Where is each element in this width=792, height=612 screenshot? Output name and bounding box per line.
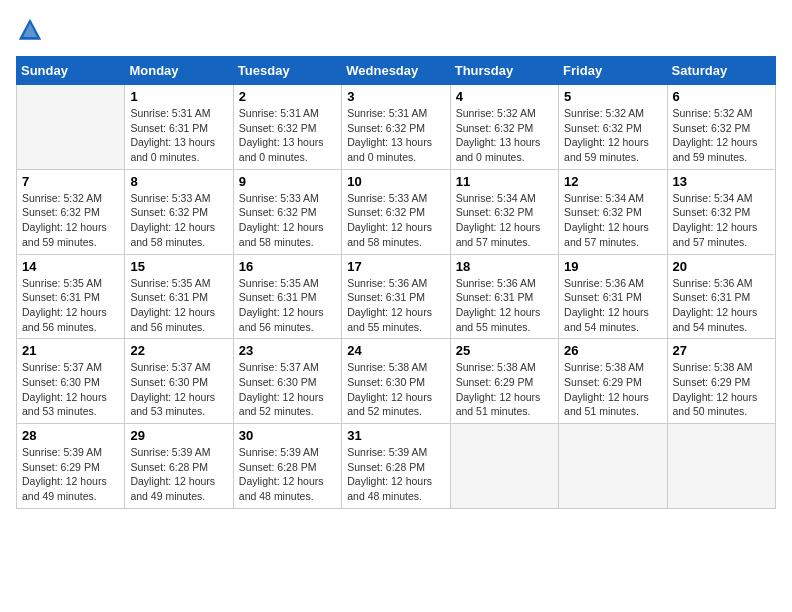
day-info: Sunrise: 5:37 AM Sunset: 6:30 PM Dayligh…: [22, 360, 119, 419]
day-info: Sunrise: 5:33 AM Sunset: 6:32 PM Dayligh…: [130, 191, 227, 250]
calendar-cell: 6Sunrise: 5:32 AM Sunset: 6:32 PM Daylig…: [667, 85, 775, 170]
day-info: Sunrise: 5:31 AM Sunset: 6:32 PM Dayligh…: [347, 106, 444, 165]
calendar-cell: 19Sunrise: 5:36 AM Sunset: 6:31 PM Dayli…: [559, 254, 667, 339]
header-day-tuesday: Tuesday: [233, 57, 341, 85]
day-info: Sunrise: 5:39 AM Sunset: 6:28 PM Dayligh…: [347, 445, 444, 504]
day-info: Sunrise: 5:34 AM Sunset: 6:32 PM Dayligh…: [564, 191, 661, 250]
week-row-1: 7Sunrise: 5:32 AM Sunset: 6:32 PM Daylig…: [17, 169, 776, 254]
day-info: Sunrise: 5:34 AM Sunset: 6:32 PM Dayligh…: [456, 191, 553, 250]
day-number: 2: [239, 89, 336, 104]
day-number: 23: [239, 343, 336, 358]
day-number: 17: [347, 259, 444, 274]
day-number: 13: [673, 174, 770, 189]
day-info: Sunrise: 5:38 AM Sunset: 6:29 PM Dayligh…: [564, 360, 661, 419]
week-row-2: 14Sunrise: 5:35 AM Sunset: 6:31 PM Dayli…: [17, 254, 776, 339]
day-number: 22: [130, 343, 227, 358]
day-number: 25: [456, 343, 553, 358]
calendar-cell: 29Sunrise: 5:39 AM Sunset: 6:28 PM Dayli…: [125, 424, 233, 509]
day-number: 3: [347, 89, 444, 104]
day-info: Sunrise: 5:38 AM Sunset: 6:29 PM Dayligh…: [456, 360, 553, 419]
week-row-3: 21Sunrise: 5:37 AM Sunset: 6:30 PM Dayli…: [17, 339, 776, 424]
day-number: 5: [564, 89, 661, 104]
calendar-cell: 4Sunrise: 5:32 AM Sunset: 6:32 PM Daylig…: [450, 85, 558, 170]
header-day-monday: Monday: [125, 57, 233, 85]
day-info: Sunrise: 5:39 AM Sunset: 6:28 PM Dayligh…: [239, 445, 336, 504]
calendar-cell: 20Sunrise: 5:36 AM Sunset: 6:31 PM Dayli…: [667, 254, 775, 339]
calendar-cell: 3Sunrise: 5:31 AM Sunset: 6:32 PM Daylig…: [342, 85, 450, 170]
day-number: 24: [347, 343, 444, 358]
day-number: 21: [22, 343, 119, 358]
day-info: Sunrise: 5:36 AM Sunset: 6:31 PM Dayligh…: [564, 276, 661, 335]
day-info: Sunrise: 5:36 AM Sunset: 6:31 PM Dayligh…: [673, 276, 770, 335]
day-info: Sunrise: 5:32 AM Sunset: 6:32 PM Dayligh…: [456, 106, 553, 165]
calendar-cell: 15Sunrise: 5:35 AM Sunset: 6:31 PM Dayli…: [125, 254, 233, 339]
day-info: Sunrise: 5:38 AM Sunset: 6:30 PM Dayligh…: [347, 360, 444, 419]
day-number: 6: [673, 89, 770, 104]
calendar-cell: 12Sunrise: 5:34 AM Sunset: 6:32 PM Dayli…: [559, 169, 667, 254]
day-info: Sunrise: 5:32 AM Sunset: 6:32 PM Dayligh…: [564, 106, 661, 165]
calendar-cell: 30Sunrise: 5:39 AM Sunset: 6:28 PM Dayli…: [233, 424, 341, 509]
day-info: Sunrise: 5:39 AM Sunset: 6:28 PM Dayligh…: [130, 445, 227, 504]
calendar-cell: 23Sunrise: 5:37 AM Sunset: 6:30 PM Dayli…: [233, 339, 341, 424]
day-number: 1: [130, 89, 227, 104]
day-info: Sunrise: 5:33 AM Sunset: 6:32 PM Dayligh…: [347, 191, 444, 250]
header-row: SundayMondayTuesdayWednesdayThursdayFrid…: [17, 57, 776, 85]
header-day-saturday: Saturday: [667, 57, 775, 85]
day-number: 12: [564, 174, 661, 189]
day-number: 4: [456, 89, 553, 104]
day-number: 31: [347, 428, 444, 443]
header-day-wednesday: Wednesday: [342, 57, 450, 85]
day-number: 18: [456, 259, 553, 274]
day-number: 9: [239, 174, 336, 189]
calendar-cell: 17Sunrise: 5:36 AM Sunset: 6:31 PM Dayli…: [342, 254, 450, 339]
day-info: Sunrise: 5:37 AM Sunset: 6:30 PM Dayligh…: [130, 360, 227, 419]
day-info: Sunrise: 5:36 AM Sunset: 6:31 PM Dayligh…: [347, 276, 444, 335]
day-number: 29: [130, 428, 227, 443]
day-number: 7: [22, 174, 119, 189]
calendar-body: 1Sunrise: 5:31 AM Sunset: 6:31 PM Daylig…: [17, 85, 776, 509]
calendar-cell: 26Sunrise: 5:38 AM Sunset: 6:29 PM Dayli…: [559, 339, 667, 424]
day-info: Sunrise: 5:31 AM Sunset: 6:31 PM Dayligh…: [130, 106, 227, 165]
day-number: 15: [130, 259, 227, 274]
day-number: 28: [22, 428, 119, 443]
logo-icon: [16, 16, 44, 44]
calendar-cell: [559, 424, 667, 509]
week-row-0: 1Sunrise: 5:31 AM Sunset: 6:31 PM Daylig…: [17, 85, 776, 170]
day-number: 8: [130, 174, 227, 189]
day-info: Sunrise: 5:39 AM Sunset: 6:29 PM Dayligh…: [22, 445, 119, 504]
day-info: Sunrise: 5:35 AM Sunset: 6:31 PM Dayligh…: [239, 276, 336, 335]
day-info: Sunrise: 5:32 AM Sunset: 6:32 PM Dayligh…: [22, 191, 119, 250]
calendar-header: SundayMondayTuesdayWednesdayThursdayFrid…: [17, 57, 776, 85]
day-number: 20: [673, 259, 770, 274]
calendar-cell: 24Sunrise: 5:38 AM Sunset: 6:30 PM Dayli…: [342, 339, 450, 424]
calendar-cell: 1Sunrise: 5:31 AM Sunset: 6:31 PM Daylig…: [125, 85, 233, 170]
calendar-cell: 2Sunrise: 5:31 AM Sunset: 6:32 PM Daylig…: [233, 85, 341, 170]
calendar-cell: 7Sunrise: 5:32 AM Sunset: 6:32 PM Daylig…: [17, 169, 125, 254]
calendar-cell: 25Sunrise: 5:38 AM Sunset: 6:29 PM Dayli…: [450, 339, 558, 424]
calendar-cell: 11Sunrise: 5:34 AM Sunset: 6:32 PM Dayli…: [450, 169, 558, 254]
day-number: 11: [456, 174, 553, 189]
calendar-cell: 16Sunrise: 5:35 AM Sunset: 6:31 PM Dayli…: [233, 254, 341, 339]
day-info: Sunrise: 5:32 AM Sunset: 6:32 PM Dayligh…: [673, 106, 770, 165]
calendar-cell: [667, 424, 775, 509]
day-info: Sunrise: 5:38 AM Sunset: 6:29 PM Dayligh…: [673, 360, 770, 419]
header-day-sunday: Sunday: [17, 57, 125, 85]
header: [16, 16, 776, 44]
calendar-cell: 18Sunrise: 5:36 AM Sunset: 6:31 PM Dayli…: [450, 254, 558, 339]
calendar-cell: 13Sunrise: 5:34 AM Sunset: 6:32 PM Dayli…: [667, 169, 775, 254]
day-number: 10: [347, 174, 444, 189]
calendar-cell: 5Sunrise: 5:32 AM Sunset: 6:32 PM Daylig…: [559, 85, 667, 170]
day-number: 14: [22, 259, 119, 274]
day-info: Sunrise: 5:34 AM Sunset: 6:32 PM Dayligh…: [673, 191, 770, 250]
calendar-cell: 31Sunrise: 5:39 AM Sunset: 6:28 PM Dayli…: [342, 424, 450, 509]
header-day-friday: Friday: [559, 57, 667, 85]
day-number: 30: [239, 428, 336, 443]
calendar-cell: 21Sunrise: 5:37 AM Sunset: 6:30 PM Dayli…: [17, 339, 125, 424]
header-day-thursday: Thursday: [450, 57, 558, 85]
day-info: Sunrise: 5:37 AM Sunset: 6:30 PM Dayligh…: [239, 360, 336, 419]
day-number: 27: [673, 343, 770, 358]
week-row-4: 28Sunrise: 5:39 AM Sunset: 6:29 PM Dayli…: [17, 424, 776, 509]
day-info: Sunrise: 5:35 AM Sunset: 6:31 PM Dayligh…: [130, 276, 227, 335]
calendar-cell: [17, 85, 125, 170]
day-number: 19: [564, 259, 661, 274]
